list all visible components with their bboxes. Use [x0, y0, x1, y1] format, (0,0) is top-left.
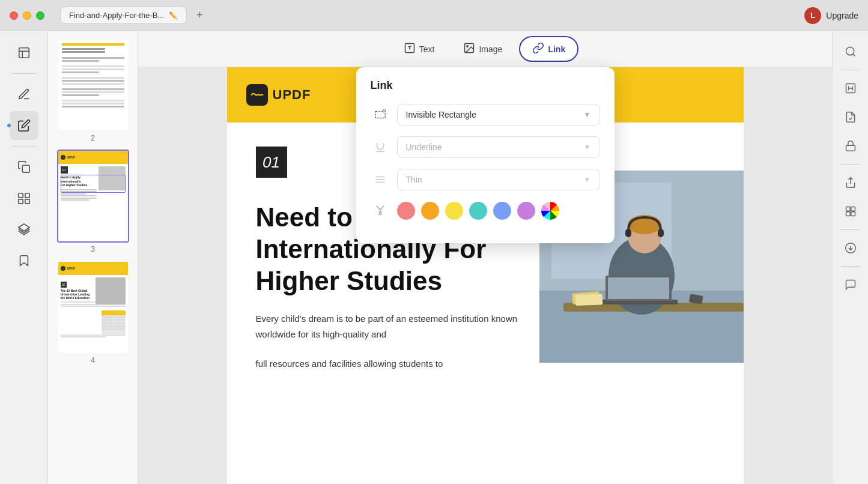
pdf-logo-icon: [246, 84, 268, 106]
right-divider-1: [841, 70, 860, 70]
thumbnail-4-content: UPDF 02 The 10 Best Global Universities …: [58, 262, 128, 352]
main-layout: 2 UPDF 01 Need to ApplyInternationallyFo…: [0, 31, 868, 484]
upgrade-button[interactable]: L Upgrade: [804, 7, 858, 24]
underline-icon: [371, 138, 390, 157]
sidebar-icon-organize[interactable]: [10, 184, 38, 213]
svg-rect-42: [846, 207, 850, 211]
document-tab[interactable]: Find-and-Apply-For-the-B... ✏️: [60, 7, 187, 24]
link-panel-row-colors: [371, 201, 600, 220]
text-tool-button[interactable]: Text: [392, 37, 447, 61]
sidebar-divider-2: [12, 146, 36, 147]
convert-icon[interactable]: [837, 104, 864, 130]
thumbnail-2-content: [58, 40, 128, 130]
pdf-body-text-2: full resources and facilities allowing s…: [256, 356, 532, 372]
pdf-body-text-1: Every child's dream is to be part of an …: [256, 311, 532, 342]
svg-rect-44: [846, 212, 850, 216]
right-divider-3: [841, 229, 860, 230]
link-icon: [532, 42, 544, 56]
sidebar-divider-1: [12, 73, 36, 74]
tab-container: Find-and-Apply-For-the-B... ✏️ +: [60, 7, 208, 24]
thin-dropdown: Thin ▼: [397, 169, 600, 190]
image-icon: [463, 42, 475, 56]
lines-icon: [371, 170, 390, 189]
sidebar-icon-pen[interactable]: [10, 80, 38, 109]
search-icon-right[interactable]: [837, 38, 864, 65]
sidebar-icon-bookmark[interactable]: [10, 246, 38, 275]
link-panel-row-thin: Thin ▼: [371, 169, 600, 190]
sidebar-icon-layers[interactable]: [10, 215, 38, 244]
thumbnail-3-content: UPDF 01 Need to ApplyInternationallyFor …: [58, 151, 128, 241]
svg-rect-40: [846, 145, 855, 151]
edit-icon: ✏️: [169, 11, 178, 20]
link-panel-row-underline: Underline ▼: [371, 136, 600, 158]
color-swatch-pink[interactable]: [397, 202, 415, 220]
svg-point-34: [846, 47, 854, 55]
link-panel-title: Link: [371, 79, 600, 92]
thumbnail-item-3[interactable]: UPDF 01 Need to ApplyInternationallyFor …: [53, 150, 133, 253]
dropdown-arrow-1: ▼: [584, 110, 591, 119]
svg-rect-43: [851, 207, 855, 211]
underline-dropdown: Underline ▼: [397, 136, 600, 158]
traffic-lights: [10, 11, 44, 20]
thumbnail-4[interactable]: UPDF 02 The 10 Best Global Universities …: [57, 261, 129, 354]
dropdown-arrow-2: ▼: [584, 143, 591, 151]
maximize-button[interactable]: [36, 11, 44, 20]
svg-rect-5: [25, 193, 29, 198]
share-icon[interactable]: [837, 169, 864, 196]
svg-rect-3: [22, 165, 29, 172]
sidebar-icon-edit[interactable]: [10, 111, 38, 140]
svg-rect-23: [658, 229, 664, 237]
add-tab-button[interactable]: +: [192, 7, 208, 24]
sidebar-icon-pages[interactable]: [10, 38, 38, 67]
sidebar-icon-copy[interactable]: [10, 153, 38, 181]
tab-label: Find-and-Apply-For-the-B...: [69, 11, 164, 20]
organize-icon[interactable]: [837, 198, 864, 225]
invisible-rectangle-dropdown[interactable]: Invisible Rectangle ▼: [397, 104, 600, 126]
thumbnail-2-number: 2: [91, 134, 95, 142]
color-swatch-multicolor[interactable]: [541, 202, 559, 220]
svg-rect-25: [575, 294, 602, 306]
thumbnail-panel: 2 UPDF 01 Need to ApplyInternationallyFo…: [48, 31, 138, 484]
right-sidebar: [832, 31, 868, 484]
ocr-icon[interactable]: [837, 75, 864, 101]
thumbnail-2[interactable]: [57, 38, 129, 132]
svg-line-35: [852, 54, 855, 56]
pdf-logo-text: UPDF: [273, 87, 311, 103]
color-swatch-blue[interactable]: [493, 202, 511, 220]
svg-point-11: [467, 46, 469, 47]
color-swatch-teal[interactable]: [469, 202, 487, 220]
svg-rect-6: [18, 199, 22, 204]
link-panel-row-shape: Invisible Rectangle ▼: [371, 104, 600, 126]
protect-icon[interactable]: [837, 133, 864, 159]
titlebar: Find-and-Apply-For-the-B... ✏️ + L Upgra…: [0, 0, 868, 31]
color-swatch-yellow[interactable]: [445, 202, 463, 220]
color-swatch-purple[interactable]: [517, 202, 535, 220]
right-divider-2: [841, 164, 860, 165]
brush-icon: [371, 201, 390, 220]
left-sidebar: [0, 31, 48, 484]
save-icon[interactable]: [837, 235, 864, 261]
close-button[interactable]: [10, 11, 18, 20]
color-swatch-orange[interactable]: [421, 202, 439, 220]
avatar: L: [804, 7, 821, 24]
thumbnail-item-4[interactable]: UPDF 02 The 10 Best Global Universities …: [53, 261, 133, 365]
svg-rect-21: [608, 277, 669, 299]
text-label: Text: [419, 44, 435, 54]
top-toolbar: Text Image: [138, 31, 832, 67]
thumbnail-3-number: 3: [91, 245, 95, 253]
link-tool-button[interactable]: Link: [519, 36, 578, 62]
comment-icon[interactable]: [837, 271, 864, 298]
active-indicator: [7, 124, 11, 127]
minimize-button[interactable]: [23, 11, 31, 20]
pdf-number: 01: [263, 153, 280, 172]
image-label: Image: [479, 44, 502, 54]
link-panel: Link Invisible Rectangle ▼: [356, 67, 615, 243]
text-icon: [404, 42, 416, 56]
thumbnail-3[interactable]: UPDF 01 Need to ApplyInternationallyFor …: [57, 150, 129, 243]
svg-rect-7: [25, 199, 29, 204]
pdf-number-box: 01: [256, 147, 287, 178]
thumbnail-4-number: 4: [91, 356, 95, 365]
color-swatches: [397, 202, 559, 220]
image-tool-button[interactable]: Image: [451, 37, 514, 61]
thumbnail-item-2[interactable]: 2: [53, 38, 133, 142]
